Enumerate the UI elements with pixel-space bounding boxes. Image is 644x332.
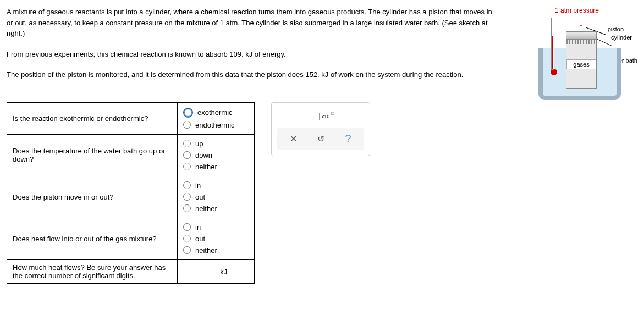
- option-label: neither: [195, 246, 217, 254]
- cylinder-shape: gases: [566, 31, 597, 89]
- option-label: in: [195, 181, 201, 190]
- radio-in[interactable]: [183, 181, 191, 189]
- option-label: in: [195, 223, 201, 231]
- radio-endothermic[interactable]: [183, 121, 191, 129]
- problem-paragraph-1: A mixture of gaseous reactants is put in…: [7, 7, 500, 39]
- radio-in[interactable]: [183, 223, 191, 231]
- reset-button[interactable]: ↺: [310, 132, 332, 146]
- question-table: Is the reaction exothermic or endothermi…: [7, 102, 255, 284]
- option-label: out: [195, 193, 205, 201]
- radio-neither[interactable]: [183, 204, 191, 212]
- radio-neither[interactable]: [183, 246, 191, 254]
- piston-shape: [566, 32, 596, 40]
- option-label: neither: [195, 204, 217, 213]
- problem-paragraph-2: From previous experiments, this chemical…: [7, 49, 500, 60]
- question-2-text: Does the temperature of the water bath g…: [7, 134, 178, 176]
- option-label: up: [195, 140, 203, 148]
- pressure-label: 1 atm pressure: [555, 7, 599, 14]
- help-button[interactable]: ?: [337, 132, 359, 146]
- radio-out[interactable]: [183, 235, 191, 242]
- problem-paragraph-3: The position of the piston is monitored,…: [7, 69, 500, 80]
- option-label: neither: [195, 163, 217, 171]
- option-label: endothermic: [195, 121, 235, 129]
- question-1-text: Is the reaction exothermic or endothermi…: [7, 102, 178, 134]
- close-button[interactable]: ✕: [282, 132, 304, 146]
- option-label: exothermic: [197, 108, 233, 117]
- radio-down[interactable]: [183, 151, 191, 159]
- gases-label: gases: [566, 59, 596, 69]
- apparatus-diagram: 1 atm pressure ↓ piston cylinder water b…: [511, 7, 632, 111]
- piston-label: piston: [608, 26, 624, 32]
- scientific-notation-checkbox[interactable]: [312, 113, 320, 120]
- question-4-text: Does heat flow into or out of the gas mi…: [7, 218, 178, 259]
- unit-label: kJ: [220, 267, 227, 275]
- radio-exothermic[interactable]: [184, 109, 192, 117]
- radio-neither[interactable]: [183, 163, 191, 170]
- piston-hatch: [566, 40, 596, 44]
- radio-out[interactable]: [183, 193, 191, 201]
- heat-input[interactable]: [205, 267, 218, 276]
- radio-up[interactable]: [183, 140, 191, 147]
- thermometer-icon: [551, 18, 555, 78]
- option-label: down: [195, 151, 212, 159]
- arrow-down-icon: ↓: [579, 18, 584, 29]
- option-label: out: [195, 235, 205, 243]
- cylinder-label: cylinder: [611, 34, 632, 41]
- question-3-text: Does the piston move in or out?: [7, 176, 178, 218]
- toolbox: x10□ ✕ ↺ ?: [271, 102, 370, 156]
- sci-notation-label: x10□: [322, 114, 330, 119]
- question-5-text: How much heat flows? Be sure your answer…: [7, 259, 178, 283]
